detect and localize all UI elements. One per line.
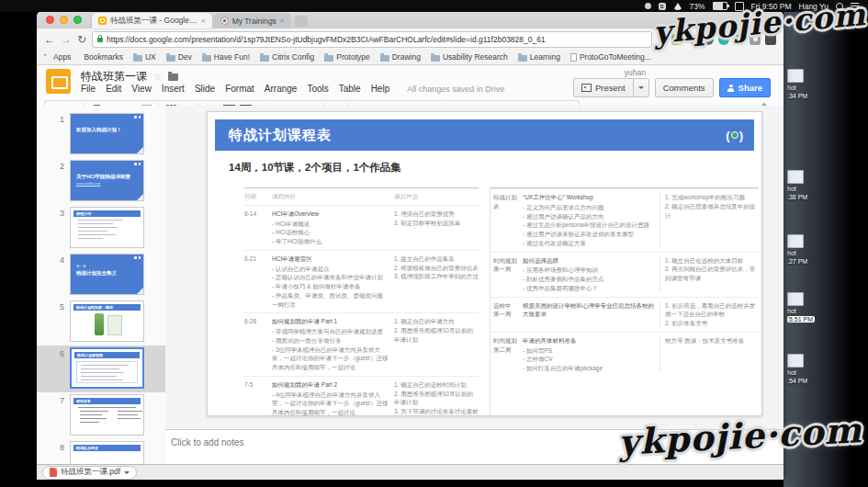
brand-logo-icon: () [726,129,743,142]
filmstrip-slide-1[interactable]: 1欢迎加入特战计划！ [37,111,165,158]
file-label: hot.34 PM [787,85,842,101]
account-name[interactable]: yuhan [625,68,646,77]
present-icon [581,84,592,92]
slide-number: 4 [37,254,70,265]
filmstrip-slide-5[interactable]: 5特战计划时间表：概览 [37,299,165,345]
filmstrip-slide-2[interactable]: 2关于HCI学院特战冲刺营www.uxoffer.com [37,158,165,205]
filmstrip-slide-7[interactable]: 7课前准备 [37,392,165,439]
slide-thumbnail[interactable]: 特战计划课程表 [70,347,144,389]
table-row: 时间规划 第二周申请的具体材料准备- 如何写PS- 怎样做CV- 如何打造自己的… [490,332,759,377]
filmstrip-slide-3[interactable]: 3课程介绍 [37,205,165,252]
desktop-screenshot-icon[interactable]: hot.34 PM [787,69,842,101]
wifi-icon[interactable] [673,3,682,10]
downloaded-file-button[interactable]: 特战班第一课.pdf [42,466,137,480]
desktop-screenshot-icon[interactable]: hot.27 PM [787,234,842,266]
filmstrip-slide-8[interactable]: 8特战队员要求 [37,439,165,464]
download-options-caret[interactable] [124,471,130,474]
cell-content: 如何规划我的申请 Part 2- 4位同学来梳理自己的申请方向并反馈入营，一起讨… [272,380,394,416]
cell-homework: 1. 确立自己在选校的大体目标2. 再次回顾自己的背景评估表，带到课堂每节课 [659,256,759,293]
folder-icon [518,55,527,62]
bookmark-protogotomeeting[interactable]: ProtoGoToMeeting... [570,52,651,62]
cell-date: 6-21 [244,255,272,310]
present-button[interactable]: Present [573,78,649,97]
menu-table[interactable]: Table [339,84,361,94]
menu-tools[interactable]: Tools [307,84,328,94]
tab-slides[interactable]: 特战班第一课 - Google Sli × [92,13,212,28]
bookmark-learning[interactable]: Learning [518,52,560,62]
slide-thumbnail[interactable]: 第一课特战计划完全释义 [70,254,144,295]
bookmark-have-fun[interactable]: Have Fun! [202,52,250,62]
cell-date: 6-28 [244,317,272,372]
zoom-window-button[interactable] [73,16,82,24]
column-header: 课程内容 [272,192,394,201]
notification-dot-icon[interactable] [645,3,651,9]
app-s-icon[interactable]: S [659,3,666,10]
cell-homework: 校方等 面谈：技术及文书准备 [659,336,759,373]
minimize-window-button[interactable] [60,16,68,24]
menu-edit[interactable]: Edit [106,84,121,94]
menu-arrange[interactable]: Arrange [265,84,298,94]
star-document-icon[interactable]: ☆ [153,72,162,82]
menu-format[interactable]: Format [225,84,254,94]
bookmark-citrix-config[interactable]: Citrix Config [260,52,314,62]
close-tab-icon[interactable]: × [280,17,285,25]
slides-logo-icon[interactable] [46,69,71,94]
present-options-caret[interactable] [633,79,648,96]
thumb-title-band: 特战队员要求 [73,445,141,451]
menu-insert[interactable]: Insert [162,84,185,94]
course-tables[interactable]: 日期课程内容课后作业6-14HCI申请Overview- HCI申请概述- HC… [244,187,761,416]
reload-button[interactable]: ↻ [77,34,86,45]
share-button[interactable]: Share [719,78,771,97]
close-tab-icon[interactable]: × [201,17,206,25]
filmstrip-slide-6[interactable]: 6特战计划课程表 [37,345,165,392]
slide-subtitle[interactable]: 14周，10节课，2个项目，1个作品集 [229,161,761,175]
file-thumbnail-icon [787,354,804,368]
menu-slide[interactable]: Slide [195,84,215,94]
slide-thumbnail[interactable]: 欢迎加入特战计划！ [70,113,144,154]
bookmark-dev[interactable]: Dev [166,52,192,62]
bookmark-label: Citrix Config [272,52,314,62]
tab-my-trainings[interactable]: My Trainings × [214,13,291,28]
cell-content: 申请的具体材料准备- 如何写PS- 怎样做CV- 如何打造自己的申请packag… [518,336,659,373]
back-button[interactable]: ← [44,34,55,45]
slide-thumbnail[interactable]: 课前准备 [70,394,144,436]
folder-icon [260,55,269,62]
bookmark-bookmarks[interactable]: Bookmarks [81,52,123,62]
window-controls [46,16,82,24]
slide-thumbnail[interactable]: 课程介绍 [70,207,144,248]
menu-view[interactable]: View [131,84,152,94]
bookmark-prototype[interactable]: Prototype [324,52,369,62]
move-to-folder-icon[interactable] [168,74,178,81]
folder-icon [133,55,142,62]
tab-title: My Trainings [232,17,276,26]
close-window-button[interactable] [46,16,54,24]
table-row: 选校中 第一周根据美国的设计学校和心理学专业信息总结各校的大致要求1. 初步筛选… [490,297,759,332]
slide-number: 7 [37,394,70,405]
bookmark-drawing[interactable]: Drawing [380,52,421,62]
slide-thumbnail[interactable]: 关于HCI学院特战冲刺营www.uxoffer.com [70,160,144,201]
menu-help[interactable]: Help [371,84,390,94]
slide-thumbnail[interactable]: 特战队员要求 [70,441,144,464]
slide-number: 1 [37,113,70,124]
desktop-screenshot-icon[interactable]: hot.54 PM [787,354,842,386]
desktop-screenshot-icon[interactable]: hot.38 PM [787,170,842,202]
slide-title-bar[interactable]: 特战计划课程表 () [215,119,754,151]
forward-button[interactable]: → [61,34,72,45]
menu-file[interactable]: File [81,84,96,94]
cell-stage: 时间规划 第二周 [490,336,518,373]
bookmark-ux[interactable]: UX [133,52,156,62]
slide-thumbnail[interactable]: 特战计划时间表：概览 [70,300,144,342]
bookmark-apps[interactable]: Apps [44,52,71,62]
comments-button[interactable]: Comments [655,78,714,97]
address-bar[interactable]: https://docs.google.com/presentation/d/1… [92,31,652,48]
new-tab-button[interactable] [295,16,308,27]
bookmark-usability-research[interactable]: Usability Research [431,52,508,62]
bookmark-label: Prototype [336,52,369,62]
desktop-screenshot-icon[interactable]: hot5.51 PM [787,292,842,324]
document-title[interactable]: 特战班第一课 [81,69,147,85]
folder-icon [166,55,175,62]
filmstrip-slide-4[interactable]: 4第一课特战计划完全释义 [37,252,165,299]
bookmarks-bar: AppsBookmarksUXDevHave Fun!Citrix Config… [37,50,783,65]
bookmark-label: ProtoGoToMeeting... [580,52,651,62]
current-slide[interactable]: 特战计划课程表 () 14周，10节课，2个项目，1个作品集 日期课程内容课后作… [207,111,762,416]
